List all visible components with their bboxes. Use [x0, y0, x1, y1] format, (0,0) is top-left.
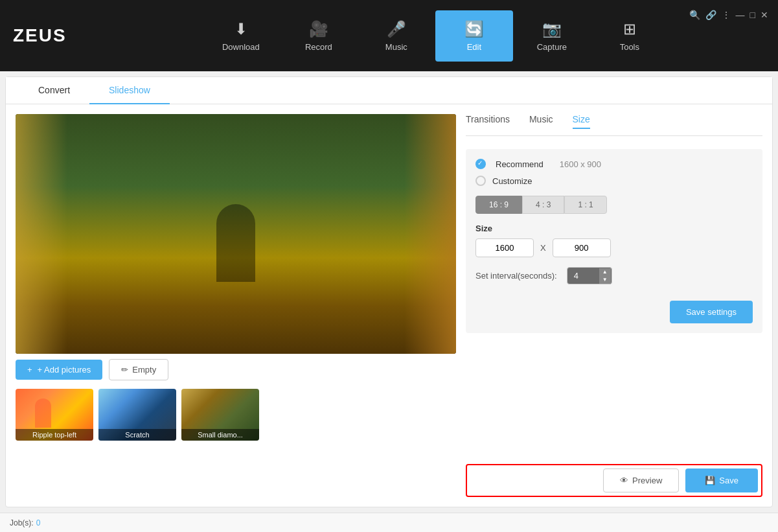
- nav-label-capture: Capture: [537, 42, 567, 52]
- edit-icon: 🔄: [464, 20, 484, 38]
- save-button[interactable]: 💾 Save: [685, 468, 758, 492]
- tab-transitions[interactable]: Transitions: [466, 114, 510, 129]
- ratio-16-9[interactable]: 16 : 9: [475, 196, 522, 214]
- size-x-separator: X: [540, 243, 546, 253]
- tab-size[interactable]: Size: [573, 114, 590, 129]
- tab-slideshow[interactable]: Slideshow: [89, 77, 170, 104]
- nav-item-record[interactable]: 🎥 Record: [280, 10, 358, 62]
- ratio-4-3[interactable]: 4 : 3: [522, 196, 564, 214]
- width-input[interactable]: [475, 238, 534, 257]
- recommend-row: Recommend 1600 x 900: [475, 159, 753, 169]
- video-overlay-right: [404, 114, 456, 354]
- plus-icon: +: [27, 365, 32, 375]
- spinner-buttons: ▲ ▼: [599, 268, 611, 284]
- recommend-size: 1600 x 900: [560, 159, 601, 169]
- main-content: Convert Slideshow ▶: [5, 76, 773, 507]
- status-bar: Job(s): 0: [0, 513, 778, 532]
- nav-item-tools[interactable]: ⊞ Tools: [591, 10, 669, 62]
- customize-label: Customize: [492, 176, 532, 186]
- music-icon: 🎤: [387, 20, 406, 38]
- app-logo: ZEUS: [13, 25, 67, 46]
- nav-label-download: Download: [222, 42, 260, 52]
- save-settings-button[interactable]: Save settings: [670, 301, 753, 323]
- tab-music[interactable]: Music: [529, 114, 553, 129]
- empty-button[interactable]: ✏ Empty: [109, 359, 168, 380]
- nav-item-edit[interactable]: 🔄 Edit: [435, 10, 513, 62]
- thumbnail-label-0: Ripple top-left: [16, 429, 93, 441]
- interval-row: Set interval(seconds): ▲ ▼: [475, 267, 753, 284]
- eye-icon: 👁: [620, 476, 628, 485]
- search-icon[interactable]: 🔍: [689, 10, 700, 20]
- nav-bar: ⬇ Download 🎥 Record 🎤 Music 🔄 Edit 📷 Cap…: [106, 10, 765, 62]
- video-overlay-left: [16, 114, 67, 354]
- thumbnail-item-1[interactable]: Scratch: [98, 389, 176, 441]
- minimize-button[interactable]: —: [736, 10, 745, 20]
- titlebar: ZEUS ⬇ Download 🎥 Record 🎤 Music 🔄 Edit …: [0, 0, 778, 71]
- customize-radio[interactable]: [475, 176, 486, 186]
- content-area: ▶ 00:00:10 / 00:00:12 🔊 + + Add pictures: [6, 104, 772, 507]
- thumbnail-item-2[interactable]: Small diamo...: [181, 389, 259, 441]
- ratio-1-1[interactable]: 1 : 1: [564, 196, 606, 214]
- right-tab-bar: Transitions Music Size: [466, 114, 762, 136]
- spinner-up[interactable]: ▲: [599, 268, 611, 276]
- recommend-label: Recommend: [496, 159, 543, 169]
- size-inputs: X: [475, 238, 753, 257]
- couple-silhouette: [216, 204, 255, 282]
- jobs-count: 0: [36, 518, 41, 527]
- nav-label-music: Music: [385, 42, 407, 52]
- interval-input-wrap: ▲ ▼: [567, 267, 612, 284]
- add-pictures-button[interactable]: + + Add pictures: [16, 360, 102, 380]
- nav-item-download[interactable]: ⬇ Download: [202, 10, 280, 62]
- capture-icon: 📷: [542, 20, 562, 38]
- tab-convert[interactable]: Convert: [19, 77, 89, 104]
- ratio-buttons: 16 : 9 4 : 3 1 : 1: [475, 196, 753, 214]
- more-icon[interactable]: ⋮: [722, 10, 731, 20]
- thumbnail-item-0[interactable]: Ripple top-left: [16, 389, 93, 441]
- share-icon[interactable]: 🔗: [705, 10, 716, 20]
- thumbnails-strip: Ripple top-left Scratch Small diamo...: [16, 386, 456, 444]
- size-inputs-section: Size X: [475, 224, 753, 257]
- recommend-radio[interactable]: [475, 159, 486, 169]
- size-options-panel: Recommend 1600 x 900 Customize 16 : 9 4 …: [466, 149, 762, 333]
- download-icon: ⬇: [235, 20, 247, 38]
- bottom-controls: + + Add pictures ✏ Empty: [16, 354, 456, 386]
- nav-item-music[interactable]: 🎤 Music: [358, 10, 435, 62]
- nav-label-record: Record: [305, 42, 332, 52]
- save-icon: 💾: [705, 476, 715, 485]
- jobs-label: Job(s):: [10, 518, 34, 527]
- customize-row: Customize: [475, 176, 753, 186]
- nav-label-edit: Edit: [467, 42, 481, 52]
- maximize-button[interactable]: □: [750, 10, 755, 20]
- tab-bar: Convert Slideshow: [6, 77, 772, 104]
- right-panel: Transitions Music Size Recommend 1600 x …: [466, 114, 762, 497]
- nav-item-capture[interactable]: 📷 Capture: [513, 10, 591, 62]
- height-input[interactable]: [553, 238, 611, 257]
- nav-label-tools: Tools: [620, 42, 639, 52]
- action-buttons: 👁 Preview 💾 Save: [466, 464, 762, 497]
- interval-label: Set interval(seconds):: [475, 271, 557, 281]
- video-frame: [16, 114, 456, 354]
- video-player: ▶ 00:00:10 / 00:00:12 🔊: [16, 114, 456, 354]
- wand-icon: ✏: [121, 365, 128, 375]
- left-panel: ▶ 00:00:10 / 00:00:12 🔊 + + Add pictures: [16, 114, 456, 497]
- window-controls: 🔍 🔗 ⋮ — □ ✕: [689, 10, 768, 20]
- thumbnail-label-2: Small diamo...: [181, 429, 259, 441]
- preview-button[interactable]: 👁 Preview: [603, 468, 679, 492]
- record-icon: 🎥: [309, 20, 328, 38]
- size-label: Size: [475, 224, 753, 233]
- spinner-down[interactable]: ▼: [599, 276, 611, 284]
- close-button[interactable]: ✕: [761, 10, 768, 20]
- tools-icon: ⊞: [623, 20, 636, 38]
- thumbnail-label-1: Scratch: [98, 429, 176, 441]
